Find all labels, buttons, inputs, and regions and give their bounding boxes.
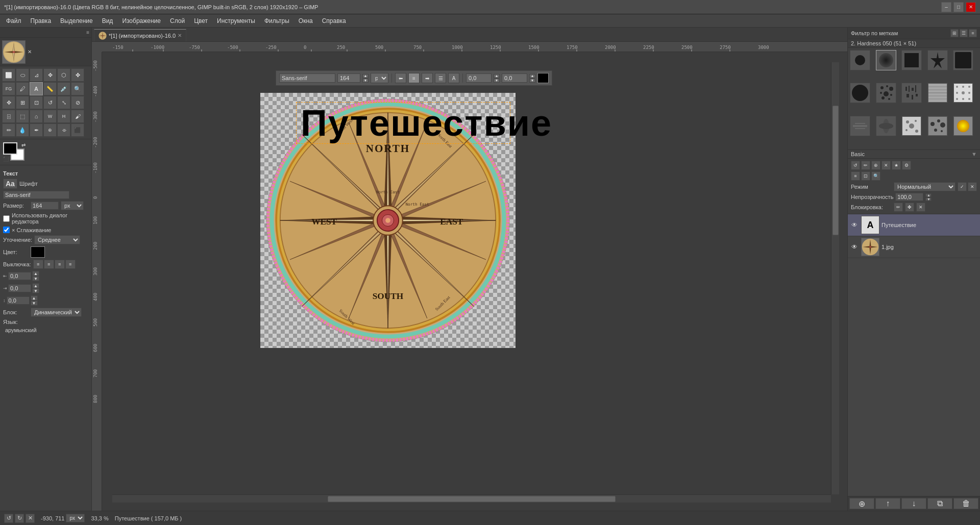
align-center-toolbar[interactable]: ≡ (408, 73, 420, 83)
tool-rect-select[interactable]: ⬜ (2, 68, 15, 82)
align-fill[interactable]: ≡ (65, 260, 76, 269)
layer-item-jpg[interactable]: 👁 1.jpg (848, 236, 980, 258)
delete-layer-btn[interactable]: 🗑 (953, 498, 978, 509)
brush-cell-5[interactable] (953, 50, 973, 70)
tool-flip[interactable]: ⬚ (16, 110, 29, 123)
menu-tools[interactable]: Инструменты (213, 16, 259, 26)
indent1-up[interactable]: ▲ (32, 271, 39, 276)
coords-unit-select[interactable]: px% (66, 514, 85, 522)
text-color-toolbar[interactable]: A (448, 73, 459, 83)
brush-refresh[interactable]: ↺ (851, 161, 860, 170)
tool-measure[interactable]: 📏 (43, 82, 57, 95)
tool-free-select[interactable]: ⊿ (30, 68, 43, 82)
tool-paths[interactable]: 🖊 (16, 82, 29, 95)
tool-fuzzy-select[interactable]: ✥ (43, 68, 57, 82)
align-left[interactable]: ≡ (33, 260, 43, 269)
tool-ink[interactable]: ✒ (30, 123, 43, 137)
brush-new[interactable]: ★ (892, 161, 901, 170)
tool-clone[interactable]: ⊕ (43, 123, 57, 137)
vscroll-thumb[interactable] (832, 106, 839, 235)
indent3-down[interactable]: ▼ (31, 301, 38, 306)
minimize-button[interactable]: – (941, 2, 951, 12)
mode-select[interactable]: Нормальный (894, 182, 955, 191)
align-left-toolbar[interactable]: ⬅ (395, 73, 406, 83)
mode-ok[interactable]: ✓ (958, 182, 967, 191)
lock-move[interactable]: ✤ (905, 203, 914, 212)
brush-cell-2[interactable] (876, 50, 896, 70)
raise-layer-btn[interactable]: ↑ (875, 498, 900, 509)
menu-file[interactable]: Файл (2, 16, 26, 26)
size-up-btn[interactable]: ▲ (362, 74, 369, 78)
brush-list-view[interactable]: ☰ (960, 29, 968, 37)
cancel-btn[interactable]: ✕ (26, 514, 35, 523)
indent2-input[interactable] (8, 284, 31, 292)
size-down-btn[interactable]: ▼ (362, 79, 369, 83)
tool-scale[interactable]: ⤡ (57, 96, 70, 109)
tool-options-menu[interactable]: ≡ (86, 30, 89, 35)
tool-select-color[interactable]: ⬡ (57, 68, 70, 82)
swap-colors[interactable]: ⇄ (21, 142, 26, 148)
block-select[interactable]: ДинамическийФиксированный (31, 308, 82, 317)
opacity-down[interactable]: ▼ (925, 197, 932, 201)
brush-cell-14[interactable] (927, 116, 948, 136)
brush-menu[interactable]: ≡ (969, 29, 977, 37)
x-offset-input[interactable] (466, 73, 492, 83)
brush-cell-1[interactable] (850, 50, 870, 70)
color-swatch-toolbar[interactable] (537, 73, 549, 83)
tool-handle[interactable]: H (57, 110, 70, 123)
size-input[interactable] (31, 202, 59, 210)
brush-cell-15[interactable] (953, 116, 973, 136)
image-tab-active[interactable]: *[1] (импортировано)-16.0 ✕ (94, 29, 186, 41)
brush-cell-9[interactable] (927, 83, 948, 103)
hinting-select[interactable]: СреднееНетСлабоеПолное (34, 235, 80, 244)
tool-shear[interactable]: ⊘ (71, 96, 84, 109)
brush-cell-6[interactable] (850, 83, 870, 103)
undo-btn[interactable]: ↺ (4, 514, 13, 523)
menu-windows[interactable]: Окна (295, 16, 317, 26)
x-up-btn[interactable]: ▲ (494, 74, 500, 78)
x-down-btn[interactable]: ▼ (494, 79, 500, 83)
brush-cell-12[interactable] (876, 116, 896, 136)
tool-move[interactable]: ✥ (2, 96, 15, 109)
redo-btn[interactable]: ↻ (15, 514, 24, 523)
menu-edit[interactable]: Правка (27, 16, 56, 26)
indent1-input[interactable] (8, 272, 31, 280)
menu-filters[interactable]: Фильтры (260, 16, 293, 26)
brush-cell-4[interactable] (927, 50, 948, 70)
tool-pencil[interactable]: ✏ (2, 123, 15, 137)
tool-scissors[interactable]: ✤ (71, 68, 84, 82)
tool-foreground-select[interactable]: FG (2, 82, 15, 95)
lower-layer-btn[interactable]: ↓ (901, 498, 926, 509)
vertical-scrollbar[interactable] (831, 62, 839, 494)
align-right[interactable]: ≡ (55, 260, 65, 269)
image-thumbnail[interactable] (2, 40, 26, 64)
duplicate-layer-btn[interactable]: ⧉ (927, 498, 952, 509)
indent2-down[interactable]: ▼ (32, 288, 39, 293)
unit-select[interactable]: pxpt (371, 73, 388, 83)
canvas-text[interactable]: Путешествие (296, 102, 510, 144)
brush-cell-8[interactable] (901, 83, 922, 103)
mode-cancel[interactable]: ✕ (968, 182, 977, 191)
filter-btn3[interactable]: 🔍 (871, 171, 880, 181)
layer-item-text[interactable]: 👁 A Путешествие (848, 214, 980, 236)
tool-warp[interactable]: W (43, 110, 57, 123)
canvas-viewport[interactable]: NORTH SOUTH EAST WEST North West North E… (102, 52, 839, 503)
tool-eraser[interactable]: ⬛ (71, 123, 84, 137)
y-down-btn[interactable]: ▼ (529, 79, 535, 83)
tool-paint[interactable]: 🖌 (71, 110, 84, 123)
brush-cell-11[interactable] (850, 116, 870, 136)
y-offset-input[interactable] (502, 73, 527, 83)
opacity-up[interactable]: ▲ (925, 193, 932, 197)
font-name-input[interactable] (3, 191, 69, 199)
lock-alpha[interactable]: ✕ (916, 203, 925, 212)
new-layer-btn[interactable]: ⊕ (849, 498, 874, 509)
foreground-color[interactable] (3, 142, 17, 155)
align-center[interactable]: ≡ (44, 260, 54, 269)
tool-perspective[interactable]: ⌻ (2, 110, 15, 123)
layer-vis-jpg[interactable]: 👁 (850, 242, 859, 252)
tool-text[interactable]: A (30, 82, 43, 95)
text-color-swatch[interactable] (31, 246, 45, 258)
menu-select[interactable]: Выделение (56, 16, 97, 26)
menu-help[interactable]: Справка (318, 16, 350, 26)
tool-crop[interactable]: ⊡ (30, 96, 43, 109)
